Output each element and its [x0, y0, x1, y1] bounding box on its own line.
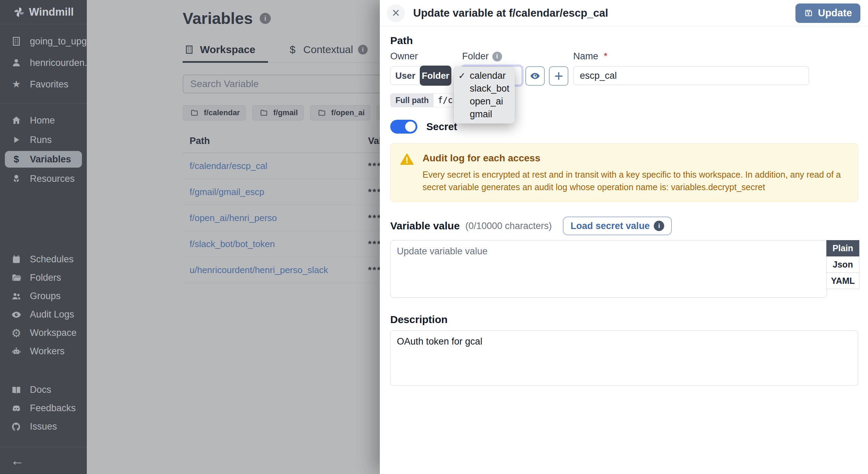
- sidebar: Windmill going_to_upg... henricourden...…: [0, 0, 87, 474]
- description-heading: Description: [390, 314, 858, 325]
- dollar-icon: $: [10, 154, 22, 164]
- secret-toggle[interactable]: [390, 120, 417, 134]
- arrow-left-icon[interactable]: ←: [10, 453, 24, 468]
- book-icon: [10, 385, 22, 395]
- path-column-header: Path: [190, 136, 368, 146]
- pinwheel-icon: [13, 6, 25, 18]
- checkmark-icon: ✓: [458, 71, 466, 81]
- format-tab-yaml[interactable]: YAML: [826, 273, 859, 289]
- brand-label: Windmill: [29, 6, 74, 18]
- full-path-display: Full path f/calendar/escp_cal: [390, 93, 454, 107]
- user-name: henricourden...: [30, 58, 92, 68]
- sidebar-item-runs[interactable]: Runs: [0, 130, 87, 150]
- character-counter: (0/10000 characters): [465, 221, 552, 231]
- robot-icon: [10, 347, 22, 356]
- variable-path-link[interactable]: f/slack_bot/bot_token: [190, 239, 368, 249]
- add-folder-button[interactable]: +: [549, 66, 568, 86]
- owner-option-folder[interactable]: Folder: [420, 66, 451, 86]
- sidebar-item-variables[interactable]: $ Variables: [5, 151, 82, 168]
- gear-icon: ⚙: [10, 328, 22, 339]
- update-button[interactable]: Update: [795, 3, 860, 23]
- drawer-body: Path Owner User Folder Folder i: [380, 35, 868, 386]
- path-section-heading: Path: [390, 35, 858, 46]
- chip-folder-calendar[interactable]: f/calendar: [183, 105, 246, 120]
- close-icon[interactable]: ×: [387, 4, 405, 22]
- dollar-icon: $: [287, 44, 299, 55]
- owner-option-user[interactable]: User: [390, 66, 420, 85]
- discord-icon: [10, 403, 22, 414]
- secret-label: Secret: [426, 121, 457, 133]
- variable-value-heading: Variable value: [390, 220, 460, 232]
- play-icon: [10, 135, 22, 145]
- format-tab-json[interactable]: Json: [826, 256, 859, 273]
- groups-icon: [10, 291, 22, 302]
- sidebar-item-groups[interactable]: Groups: [0, 287, 87, 305]
- format-tab-plain[interactable]: Plain: [826, 240, 859, 256]
- name-label: Name: [573, 51, 598, 62]
- sidebar-item-folders[interactable]: Folders: [0, 269, 87, 287]
- warning-body: Every secret is encrypted at rest and in…: [423, 169, 849, 193]
- home-icon: [10, 115, 22, 126]
- sidebar-item-audit-logs[interactable]: Audit Logs: [0, 305, 87, 324]
- warning-title: Audit log for each access: [423, 152, 849, 164]
- chip-folder-open-ai[interactable]: f/open_ai: [310, 105, 371, 120]
- folder-outline-icon: [189, 109, 200, 117]
- view-folder-button[interactable]: [525, 66, 545, 86]
- variable-path-link[interactable]: f/gmail/gmail_escp: [190, 187, 368, 197]
- sidebar-item-feedbacks[interactable]: Feedbacks: [0, 399, 87, 417]
- audit-log-warning: Audit log for each access Every secret i…: [390, 143, 858, 202]
- info-icon: i: [654, 221, 664, 231]
- collapse-sidebar-row: ←: [0, 447, 87, 474]
- sidebar-item-home[interactable]: Home: [0, 111, 87, 130]
- sidebar-item-issues[interactable]: Issues: [0, 417, 87, 436]
- load-secret-value-button[interactable]: Load secret value i: [563, 217, 672, 235]
- sidebar-item-docs[interactable]: Docs: [0, 381, 87, 399]
- tab-contextual[interactable]: $ Contextual i: [286, 44, 380, 63]
- building-icon: [10, 36, 22, 46]
- save-icon: [804, 8, 813, 18]
- sidebar-item-workspace-select[interactable]: going_to_upg...: [0, 31, 87, 52]
- tab-workspace[interactable]: Workspace: [183, 44, 268, 63]
- value-format-tabs: Plain Json YAML: [826, 240, 859, 289]
- dropdown-option-open-ai[interactable]: open_ai: [454, 95, 515, 108]
- workspace-name: going_to_upg...: [30, 36, 94, 47]
- eye-icon: [529, 70, 541, 82]
- github-icon: [10, 422, 22, 432]
- calendar-icon: [10, 255, 22, 264]
- dropdown-option-calendar[interactable]: ✓ calendar: [454, 69, 515, 82]
- sidebar-item-schedules[interactable]: Schedules: [0, 250, 87, 269]
- user-icon: [10, 58, 22, 68]
- building-icon: [183, 45, 195, 54]
- drawer-header: × Update variable at f/calendar/escp_cal…: [380, 0, 868, 26]
- chip-folder-gmail[interactable]: f/gmail: [252, 105, 304, 120]
- folder-label: Folder: [462, 51, 489, 62]
- full-path-label: Full path: [391, 94, 434, 107]
- info-icon[interactable]: i: [260, 13, 271, 24]
- variable-value-textarea[interactable]: [390, 240, 827, 298]
- sidebar-item-favorites[interactable]: ★ Favorites: [0, 74, 87, 95]
- sidebar-item-workers[interactable]: Workers: [0, 342, 87, 361]
- cubes-icon: [10, 173, 22, 184]
- sidebar-divider: [0, 103, 87, 104]
- description-textarea[interactable]: OAuth token for gcal: [390, 330, 858, 386]
- sidebar-item-workspace-settings[interactable]: ⚙ Workspace: [0, 324, 87, 342]
- folder-dropdown-menu: ✓ calendar slack_bot open_ai gmail: [454, 67, 515, 124]
- variable-path-link[interactable]: f/calendar/escp_cal: [190, 161, 368, 171]
- variable-path-link[interactable]: f/open_ai/henri_perso: [190, 213, 368, 223]
- sidebar-item-user[interactable]: henricourden...: [0, 52, 87, 74]
- owner-toggle: User Folder: [390, 66, 451, 85]
- dropdown-option-slack-bot[interactable]: slack_bot: [454, 82, 515, 95]
- variable-path-link[interactable]: u/henricourdent/henri_perso_slack: [190, 265, 368, 276]
- dropdown-option-gmail[interactable]: gmail: [454, 108, 515, 121]
- name-input[interactable]: [573, 66, 809, 85]
- windmill-logo[interactable]: Windmill: [0, 0, 87, 24]
- folder-outline-icon: [316, 109, 328, 117]
- folder-outline-icon: [258, 109, 270, 117]
- update-variable-drawer: × Update variable at f/calendar/escp_cal…: [380, 0, 868, 474]
- full-path-value: f/calendar/escp_cal: [434, 94, 453, 107]
- page-title: Variables: [183, 9, 253, 28]
- owner-label: Owner: [390, 50, 451, 63]
- sidebar-item-resources[interactable]: Resources: [0, 169, 87, 188]
- eye-icon: [10, 310, 22, 320]
- warning-triangle-icon: [400, 152, 414, 193]
